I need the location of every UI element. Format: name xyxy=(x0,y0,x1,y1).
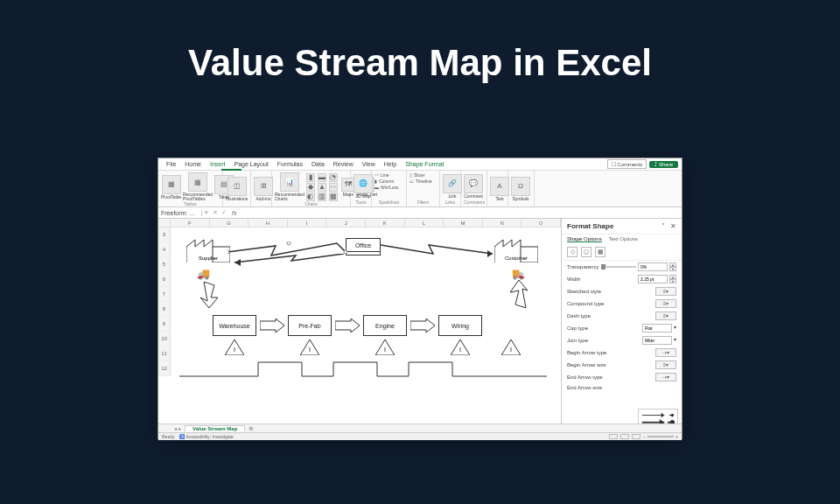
tab-help[interactable]: Help xyxy=(380,161,401,167)
panel-close-icon[interactable]: ✕ xyxy=(670,222,676,230)
sparkline-col-icon[interactable]: ▮ xyxy=(374,178,377,184)
recpivot-icon[interactable]: ▦ xyxy=(188,172,207,192)
chart-type-icon[interactable]: ▥ xyxy=(318,192,326,201)
inventory-triangle[interactable]: I xyxy=(300,340,319,355)
addins-icon[interactable]: ⊞ xyxy=(254,177,273,196)
col-header[interactable]: L xyxy=(405,219,444,227)
pivottable-icon[interactable]: ▦ xyxy=(162,175,181,194)
sparkline-wl-icon[interactable]: ▬ xyxy=(374,185,379,190)
chart-type-icon[interactable]: ◆ xyxy=(306,183,315,192)
col-header[interactable]: N xyxy=(483,219,522,227)
zoom-out-icon[interactable]: − xyxy=(643,434,646,439)
map3d-icon[interactable]: 🌐 xyxy=(354,174,373,193)
row-header[interactable]: 4 xyxy=(158,242,171,257)
cap-input[interactable] xyxy=(642,324,672,332)
row-header[interactable]: 8 xyxy=(158,302,171,317)
spin-down[interactable]: ▾ xyxy=(669,267,676,271)
chart-type-icon[interactable]: ⋯ xyxy=(329,183,338,192)
width-input[interactable] xyxy=(638,275,668,284)
col-header[interactable]: K xyxy=(366,219,405,227)
inventory-triangle[interactable]: I xyxy=(501,340,521,355)
chart-type-icon[interactable]: ▩ xyxy=(329,192,338,201)
tab-shapeformat[interactable]: Shape Format xyxy=(401,161,448,167)
col-header[interactable]: F xyxy=(171,219,210,227)
row-header[interactable]: 6 xyxy=(158,272,171,287)
view-pagebreak-icon[interactable] xyxy=(632,434,640,439)
zoom-in-icon[interactable]: + xyxy=(676,434,678,439)
warehouse-shape[interactable]: Warehouse xyxy=(213,315,256,336)
supplier-shape[interactable]: Supplier xyxy=(186,236,230,262)
begin-size-dropdown[interactable]: ≡▾ xyxy=(655,360,676,369)
share-button[interactable]: ⤴ Share xyxy=(649,161,678,168)
panel-tab-text[interactable]: Text Options xyxy=(609,236,638,242)
view-pagelayout-icon[interactable] xyxy=(620,434,629,439)
tab-insert[interactable]: Insert xyxy=(206,161,230,167)
recchart-icon[interactable]: 📊 xyxy=(280,172,299,192)
chart-type-icon[interactable]: ▲ xyxy=(318,183,326,192)
symbols-icon[interactable]: Ω xyxy=(511,177,530,196)
push-arrow[interactable] xyxy=(410,318,435,332)
timeline-ladder[interactable] xyxy=(179,359,547,378)
sheet-tab[interactable]: Value Stream Map xyxy=(185,425,245,431)
end-type-dropdown[interactable]: ⇢▾ xyxy=(655,373,676,382)
name-box[interactable]: Freeform: … xyxy=(158,210,202,216)
chart-type-icon[interactable]: ◐ xyxy=(306,192,315,201)
sparkline-line-icon[interactable]: 〰 xyxy=(374,172,379,178)
zigzag-arrow[interactable] xyxy=(230,254,348,267)
row-header[interactable]: 9 xyxy=(158,317,171,332)
row-header[interactable]: 3 xyxy=(158,228,171,242)
col-header[interactable]: M xyxy=(444,219,483,227)
tab-data[interactable]: Data xyxy=(307,161,329,167)
tab-pagelayout[interactable]: Page Layout xyxy=(229,161,272,167)
comment-icon[interactable]: 💬 xyxy=(464,174,483,193)
chart-type-icon[interactable]: ▮ xyxy=(306,173,315,182)
zoom-slider[interactable] xyxy=(648,436,674,438)
join-input[interactable] xyxy=(642,336,672,345)
size-icon[interactable]: ▦ xyxy=(595,247,606,257)
push-arrow[interactable] xyxy=(260,318,284,332)
row-header[interactable]: 11 xyxy=(158,346,171,361)
col-header[interactable]: J xyxy=(326,219,366,227)
transparency-input[interactable] xyxy=(638,262,668,271)
link-icon[interactable]: 🔗 xyxy=(443,174,462,193)
dash-dropdown[interactable]: ≡▾ xyxy=(655,312,676,320)
tab-formulas[interactable]: Formulas xyxy=(273,161,307,167)
worksheet[interactable]: F G H I J K L M N O 3 4 5 6 7 8 9 10 11 … xyxy=(158,219,561,425)
wiring-shape[interactable]: Wiring xyxy=(438,315,482,336)
inventory-triangle[interactable]: I xyxy=(225,340,244,355)
tab-next-icon[interactable]: ▸ xyxy=(178,425,181,431)
slicer-icon[interactable]: ▯ xyxy=(410,172,412,178)
prefab-shape[interactable]: Pre-Fab xyxy=(288,315,332,336)
tab-prev-icon[interactable]: ◂ xyxy=(174,425,177,431)
tab-review[interactable]: Review xyxy=(329,161,358,167)
tab-view[interactable]: View xyxy=(358,161,380,167)
chart-type-icon[interactable]: ◔ xyxy=(329,173,338,182)
illustrations-icon[interactable]: ◫ xyxy=(228,177,247,196)
col-header[interactable]: G xyxy=(210,219,249,227)
spin-down[interactable]: ▾ xyxy=(669,279,676,284)
col-header[interactable]: O xyxy=(522,219,561,227)
transparency-slider[interactable] xyxy=(601,266,636,268)
text-icon[interactable]: A xyxy=(490,177,509,196)
fill-line-icon[interactable]: ◇ xyxy=(567,247,578,257)
new-sheet-icon[interactable]: ⊕ xyxy=(245,425,257,432)
office-shape[interactable]: Office xyxy=(346,238,381,252)
zigzag-arrow[interactable] xyxy=(381,242,499,259)
panel-tab-shape[interactable]: Shape Options xyxy=(567,236,602,242)
compound-dropdown[interactable]: ≡▾ xyxy=(655,299,676,308)
row-header[interactable]: 5 xyxy=(158,257,171,272)
panel-collapse-icon[interactable]: ˅ xyxy=(662,222,665,230)
customer-shape[interactable]: Customer xyxy=(494,236,538,262)
fx-label[interactable]: fx xyxy=(228,210,240,216)
row-header[interactable]: 7 xyxy=(158,287,171,302)
block-arrow-down[interactable] xyxy=(200,282,218,308)
row-header[interactable]: 10 xyxy=(158,332,171,346)
effects-icon[interactable]: ⬠ xyxy=(581,247,592,257)
chart-type-icon[interactable]: ▬ xyxy=(318,173,326,182)
status-accessibility[interactable]: ♿ Accessibility: Investigate xyxy=(179,434,233,439)
sketched-dropdown[interactable]: ≡▾ xyxy=(655,287,676,296)
inventory-triangle[interactable]: I xyxy=(375,340,395,355)
push-arrow[interactable] xyxy=(335,318,360,332)
tab-home[interactable]: Home xyxy=(180,161,206,167)
row-header[interactable]: 12 xyxy=(158,361,171,376)
